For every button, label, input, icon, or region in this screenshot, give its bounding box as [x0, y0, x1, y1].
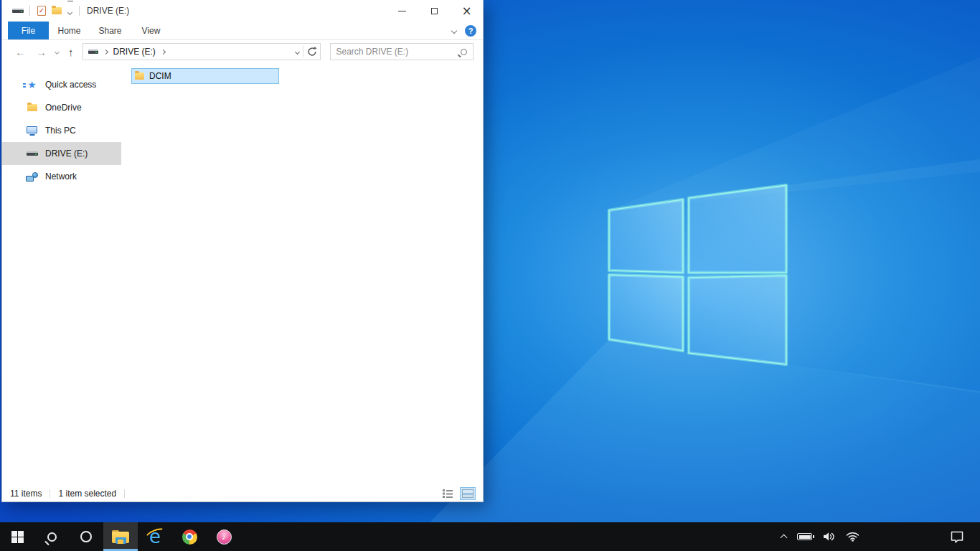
cortana-button[interactable] [69, 522, 103, 551]
sidebar-item-label: Quick access [45, 80, 96, 90]
window-drive-icon [12, 9, 24, 13]
sidebar-item-label: This PC [45, 126, 76, 136]
search-icon [47, 532, 57, 542]
internet-explorer-icon: e [146, 527, 164, 546]
folder-icon [26, 104, 38, 111]
ribbon-tabs: File Home Share View ? [2, 22, 483, 40]
qat-new-folder-button[interactable] [52, 7, 62, 14]
qat-customize-button[interactable] [68, 4, 72, 17]
previous-locations-button[interactable] [294, 49, 299, 54]
status-bar: 11 items 1 item selected [2, 487, 483, 501]
title-bar: ✓ DRIVE (E:) × [2, 0, 483, 22]
tab-home[interactable]: Home [49, 22, 90, 39]
action-center-icon[interactable] [950, 531, 964, 543]
sidebar-item-label: OneDrive [45, 103, 82, 113]
address-bar-controls [296, 46, 317, 57]
thumbnails-view-button[interactable] [460, 487, 476, 500]
ribbon-right-controls: ? [452, 22, 483, 39]
taskbar-chrome-button[interactable] [172, 522, 207, 551]
recent-locations-button[interactable] [55, 49, 60, 54]
taskbar-search-button[interactable] [34, 522, 69, 551]
search-box[interactable] [330, 43, 473, 60]
windows-start-icon [11, 531, 24, 543]
window-controls: × [386, 0, 483, 22]
address-separator [303, 46, 303, 57]
minimize-button[interactable] [386, 0, 418, 22]
folder-icon [135, 72, 144, 80]
status-separator [50, 489, 50, 498]
chevron-down-icon [67, 10, 72, 15]
thumbnails-view-icon [462, 489, 473, 498]
qat-separator [29, 6, 30, 16]
tab-view[interactable]: View [131, 22, 171, 39]
refresh-button[interactable] [307, 47, 317, 57]
hidden-icons-chevron[interactable] [781, 534, 788, 542]
tab-share[interactable]: Share [90, 22, 131, 39]
search-icon[interactable] [461, 49, 467, 55]
breadcrumb-drive[interactable]: DRIVE (E:) [113, 47, 156, 57]
drive-icon [26, 151, 38, 156]
sidebar-item-onedrive[interactable]: OneDrive [2, 96, 121, 119]
taskbar-file-explorer-button[interactable] [103, 522, 138, 551]
system-tray [781, 522, 980, 551]
up-button[interactable]: ↑ [68, 47, 74, 57]
back-button[interactable]: ← [15, 47, 26, 57]
sidebar-item-label: Network [45, 171, 77, 182]
window-title: DRIVE (E:) [87, 6, 129, 16]
forward-button[interactable]: → [36, 47, 47, 57]
minimize-icon [398, 11, 406, 11]
wifi-icon[interactable] [846, 532, 859, 542]
maximize-icon [431, 8, 438, 14]
navigation-pane: ★ Quick access OneDrive This PC DRIVE (E… [2, 63, 121, 487]
network-icon [26, 172, 38, 182]
sidebar-item-network[interactable]: Network [2, 165, 121, 188]
address-bar[interactable]: DRIVE (E:) [83, 43, 321, 60]
taskbar: e ♪ [0, 522, 980, 551]
file-name: DCIM [149, 71, 171, 81]
close-icon: × [461, 5, 471, 17]
address-drive-icon [88, 50, 98, 54]
maximize-button[interactable] [418, 0, 451, 22]
file-list[interactable]: DCIM [121, 63, 483, 487]
itunes-icon: ♪ [217, 529, 232, 545]
qat-properties-button[interactable]: ✓ [37, 6, 46, 16]
details-view-icon [443, 489, 453, 498]
status-separator [124, 489, 125, 498]
taskbar-itunes-button[interactable]: ♪ [207, 522, 241, 551]
qat-separator [79, 6, 80, 16]
quick-access-star-icon: ★ [26, 80, 38, 89]
breadcrumb-chevron-icon[interactable] [161, 49, 166, 54]
chrome-icon [182, 529, 197, 545]
minimize-ribbon-button[interactable] [451, 27, 457, 33]
search-input[interactable] [336, 47, 456, 57]
file-explorer-icon [112, 530, 129, 544]
sidebar-item-quick-access[interactable]: ★ Quick access [2, 73, 121, 96]
file-item-dcim[interactable]: DCIM [131, 68, 279, 84]
sidebar-item-drive-e[interactable]: DRIVE (E:) [2, 142, 121, 165]
details-view-button[interactable] [440, 487, 456, 500]
cortana-icon [80, 531, 92, 542]
file-explorer-window: ✓ DRIVE (E:) × File Home Share View ? ← … [1, 0, 484, 502]
view-switcher [440, 487, 476, 500]
sidebar-item-label: DRIVE (E:) [45, 149, 88, 159]
navigation-bar: ← → ↑ DRIVE (E:) [2, 40, 483, 63]
start-button[interactable] [0, 522, 34, 551]
battery-icon[interactable] [797, 533, 812, 540]
sidebar-item-this-pc[interactable]: This PC [2, 119, 121, 142]
close-button[interactable]: × [451, 0, 483, 22]
breadcrumb-chevron-icon[interactable] [103, 49, 108, 54]
items-count: 11 items [10, 489, 42, 499]
volume-icon[interactable] [823, 532, 835, 542]
monitor-icon [26, 126, 38, 136]
main-area: ★ Quick access OneDrive This PC DRIVE (E… [2, 63, 483, 487]
help-button[interactable]: ? [465, 25, 476, 37]
tab-file[interactable]: File [8, 22, 49, 39]
selection-count: 1 item selected [58, 489, 116, 499]
taskbar-internet-explorer-button[interactable]: e [138, 522, 172, 551]
